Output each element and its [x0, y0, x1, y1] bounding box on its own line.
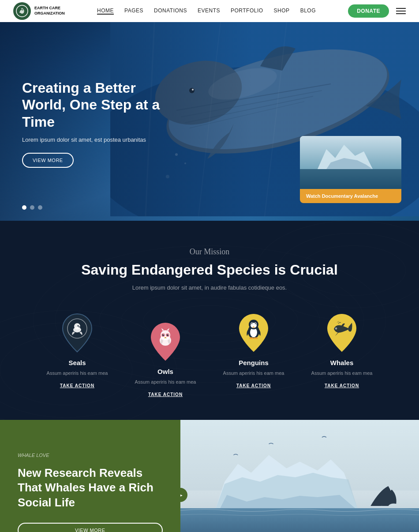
svg-point-59 [255, 323, 256, 324]
nav-pages[interactable]: PAGES [124, 8, 143, 15]
species-penguins: Penguins Assum aperiris his eam mea TAKE… [223, 313, 284, 389]
dot-3[interactable] [38, 205, 42, 210]
penguins-take-action[interactable]: TAKE ACTION [236, 383, 271, 388]
whale-love-left: WHALE LOVE New Research Reveals That Wha… [0, 420, 180, 532]
owls-take-action[interactable]: TAKE ACTION [148, 392, 183, 397]
nav-shop[interactable]: SHOP [274, 8, 290, 15]
logo-text: EARTH CARE ORGANIZATION [34, 6, 65, 16]
mission-section: Our Mission Saving Endangered Species is… [0, 221, 419, 420]
svg-point-62 [254, 337, 258, 339]
owls-pin-container [135, 322, 196, 362]
documentary-label[interactable]: Watch Documentary Avalanche [300, 189, 401, 203]
mission-description: Lorem ipsum dolor sit amet, in audire fa… [18, 284, 401, 291]
hero-section: Creating a Better World, One Step at a T… [0, 22, 419, 221]
svg-point-50 [168, 334, 168, 335]
iceberg-scene [180, 420, 419, 532]
header-right: DONATE [348, 4, 406, 18]
whale-love-tag: WHALE LOVE [18, 453, 163, 458]
hamburger-line1 [396, 8, 406, 9]
whales-take-action[interactable]: TAKE ACTION [325, 383, 359, 388]
penguins-pin [238, 313, 269, 353]
nav-portfolio[interactable]: PORTFOLIO [231, 8, 263, 15]
svg-point-49 [163, 334, 164, 335]
documentary-card[interactable]: Watch Documentary Avalanche [300, 136, 401, 203]
hamburger-line3 [396, 13, 406, 14]
whale-love-right: ▶ [180, 420, 419, 532]
svg-point-61 [249, 337, 254, 339]
header: EARTH CARE ORGANIZATION HOME PAGES DONAT… [0, 0, 419, 22]
seals-desc: Assum aperiris his eam mea [47, 370, 108, 377]
species-seals: Seals Assum aperiris his eam mea TAKE AC… [47, 313, 108, 389]
svg-rect-67 [180, 508, 419, 532]
owls-pin [150, 322, 181, 362]
svg-point-37 [74, 323, 80, 329]
mission-header: Our Mission Saving Endangered Species is… [18, 247, 401, 291]
whale-love-title: New Research Reveals That Whales Have a … [18, 466, 163, 510]
species-owls: Owls Assum aperiris his eam mea TAKE ACT… [135, 322, 196, 398]
nav-events[interactable]: EVENTS [198, 8, 220, 15]
mission-title: Saving Endangered Species is Crucial [18, 262, 401, 278]
nav-donations[interactable]: DONATIONS [154, 8, 187, 15]
svg-point-1 [21, 8, 23, 10]
penguins-name: Penguins [223, 359, 284, 366]
whales-desc: Assum aperiris his eam mea [311, 370, 373, 377]
species-grid: Seals Assum aperiris his eam mea TAKE AC… [33, 313, 386, 389]
species-whales: Whales Assum aperiris his eam mea TAKE A… [311, 313, 373, 389]
svg-point-58 [251, 323, 252, 324]
whale-love-cta[interactable]: VIEW MORE [18, 523, 163, 532]
whales-pin [326, 313, 357, 353]
hero-content: Creating a Better World, One Step at a T… [22, 79, 181, 168]
seals-pin-container [47, 313, 108, 353]
hamburger-line2 [396, 11, 406, 11]
hero-subtitle: Lorem ipsum dolor sit amet, est postea u… [22, 136, 181, 143]
hero-dots [22, 205, 42, 210]
whales-name: Whales [311, 359, 373, 366]
hamburger-menu[interactable] [396, 8, 406, 14]
donate-button[interactable]: DONATE [348, 4, 389, 18]
hero-title: Creating a Better World, One Step at a T… [22, 79, 181, 130]
documentary-image [300, 136, 401, 189]
hero-cta-button[interactable]: VIEW MORE [22, 153, 74, 168]
nav-home[interactable]: HOME [97, 8, 114, 15]
logo: EARTH CARE ORGANIZATION [13, 2, 65, 20]
owls-desc: Assum aperiris his eam mea [135, 379, 196, 385]
logo-icon [13, 2, 31, 20]
nav-blog[interactable]: BLOG [300, 8, 316, 15]
seals-take-action[interactable]: TAKE ACTION [60, 383, 94, 388]
penguins-desc: Assum aperiris his eam mea [223, 370, 284, 377]
svg-point-38 [78, 325, 79, 327]
seals-pin [62, 313, 93, 353]
penguins-pin-container [223, 313, 284, 353]
dot-1[interactable] [22, 205, 26, 210]
whale-love-section: WHALE LOVE New Research Reveals That Wha… [0, 420, 419, 532]
dot-2[interactable] [30, 205, 34, 210]
seals-name: Seals [47, 359, 108, 366]
whales-pin-container [311, 313, 373, 353]
main-nav: HOME PAGES DONATIONS EVENTS PORTFOLIO SH… [97, 8, 316, 15]
svg-rect-18 [300, 169, 401, 189]
mission-tag: Our Mission [18, 247, 401, 257]
svg-point-64 [336, 328, 337, 329]
owls-name: Owls [135, 368, 196, 375]
